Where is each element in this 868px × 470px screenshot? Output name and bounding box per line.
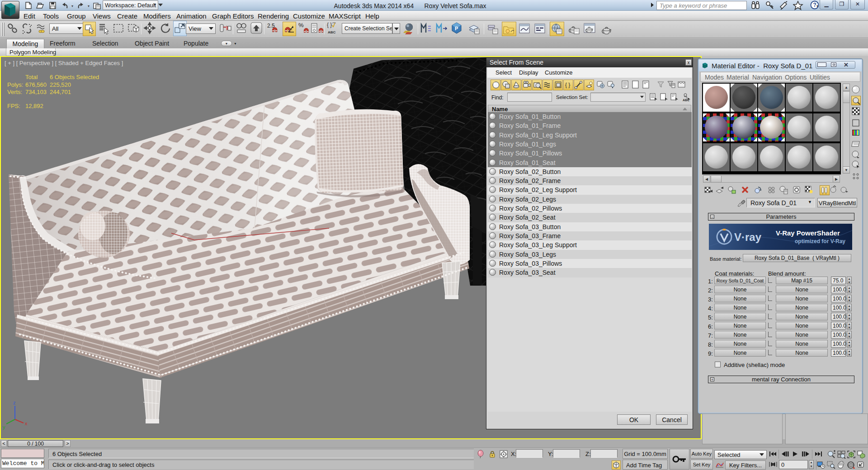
svg-text:x: x <box>25 421 28 426</box>
svg-text:{ }: { } <box>327 22 332 28</box>
svg-text:optimized for V-Ray: optimized for V-Ray <box>795 238 845 244</box>
svg-text:V·ray: V·ray <box>734 231 762 243</box>
svg-text:V-Ray PowerShader: V-Ray PowerShader <box>776 229 840 237</box>
svg-text:z: z <box>13 400 16 405</box>
svg-text:{ }: { } <box>565 82 570 88</box>
svg-text:?: ? <box>813 2 816 8</box>
svg-text:%: % <box>298 22 304 28</box>
svg-text:y: y <box>3 424 5 430</box>
svg-text:P: P <box>455 26 458 31</box>
svg-text:ABC: ABC <box>328 30 336 34</box>
